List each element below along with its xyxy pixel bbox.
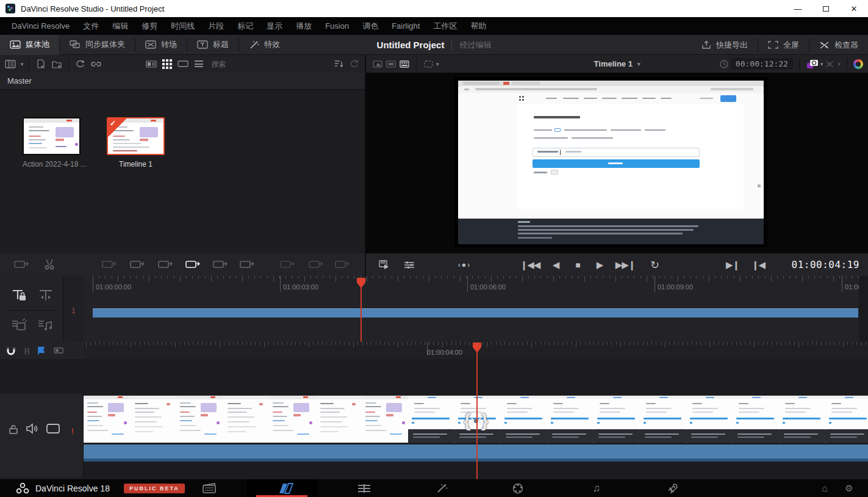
project-manager-home-icon[interactable]: ⌂: [815, 479, 834, 497]
page-media-icon[interactable]: [194, 479, 224, 497]
close-up-icon[interactable]: [279, 258, 298, 271]
track-lock-icon[interactable]: [9, 424, 18, 434]
transform-chevron-icon[interactable]: ▾: [838, 61, 841, 67]
go-to-start-button[interactable]: ❙◀◀: [517, 253, 543, 276]
page-color-icon[interactable]: [503, 479, 533, 497]
menu-item-13[interactable]: 帮助: [464, 21, 493, 32]
audio-mute-icon[interactable]: [26, 423, 38, 434]
overwrite-clip-icon[interactable]: [129, 258, 148, 271]
menu-item-8[interactable]: 播放: [289, 21, 318, 32]
lower-ruler-row[interactable]: 01:00:04:00 [◦]: [0, 342, 868, 359]
settings-gear-icon[interactable]: ⚙: [839, 479, 859, 497]
track-lock-tool-icon[interactable]: [9, 287, 30, 304]
clip-info-icon[interactable]: [54, 347, 63, 354]
inspector-button[interactable]: 检查器: [809, 35, 868, 55]
append-at-end-icon[interactable]: [212, 258, 231, 271]
transform-button[interactable]: [823, 58, 836, 70]
bin-list-chevron-icon[interactable]: ▾: [21, 61, 24, 67]
refresh-button[interactable]: [348, 58, 361, 70]
menu-item-4[interactable]: 时间线: [164, 21, 201, 32]
page-cut-icon[interactable]: [271, 479, 302, 497]
sync-clips-button[interactable]: [74, 58, 87, 70]
play-button[interactable]: ▶: [590, 253, 609, 276]
thumbnail-view-button[interactable]: [160, 58, 174, 70]
loop-button[interactable]: ↻: [645, 253, 664, 276]
media-clip-timeline-1[interactable]: Timeline 1: [107, 117, 165, 169]
page-edit-icon[interactable]: [349, 479, 379, 497]
menu-item-7[interactable]: 显示: [260, 21, 289, 32]
close-button[interactable]: ✕: [840, 0, 868, 17]
trim-mode-tool-icon[interactable]: [35, 287, 56, 304]
camera-grab-button[interactable]: [806, 58, 819, 70]
place-on-top-icon[interactable]: [185, 258, 203, 271]
jog-control[interactable]: ‹ ● ›: [448, 253, 479, 276]
dynamic-trim-icon[interactable]: [◦]: [24, 347, 29, 354]
lower-timeline[interactable]: ! {}: [0, 359, 868, 479]
new-timeline-button[interactable]: [34, 58, 48, 70]
minimize-button[interactable]: —: [784, 0, 812, 17]
match-frame-button[interactable]: ❙◀: [749, 253, 767, 276]
maximize-button[interactable]: [812, 0, 840, 17]
menu-item-9[interactable]: Fusion: [318, 21, 356, 31]
fit-to-fill-icon[interactable]: [308, 258, 326, 271]
razor-icon[interactable]: [41, 258, 60, 271]
timeline-view-button[interactable]: [398, 58, 411, 70]
bin-list-button[interactable]: [4, 58, 17, 70]
source-tape-view-button[interactable]: [384, 58, 398, 70]
timeline-playhead-line[interactable]: [476, 351, 478, 479]
resolve-fx-color-icon[interactable]: [853, 59, 863, 69]
tools-mixer-icon[interactable]: [401, 253, 417, 276]
viewer-overlay-chevron-icon[interactable]: ▾: [436, 61, 439, 67]
menu-item-0[interactable]: DaVinci Resolve: [5, 21, 76, 31]
video-enable-icon[interactable]: [46, 424, 60, 434]
full-screen-button[interactable]: 全屏: [758, 35, 809, 55]
menu-item-3[interactable]: 修剪: [135, 21, 164, 32]
viewer-overlay-button[interactable]: [421, 58, 435, 70]
transitions-button[interactable]: 转场: [135, 35, 187, 55]
video-frame[interactable]: [454, 77, 767, 247]
play-reverse-button[interactable]: ◀: [547, 253, 565, 276]
timeline-view-options-icon[interactable]: [13, 258, 32, 271]
relink-media-button[interactable]: [90, 58, 103, 70]
media-pool-button[interactable]: 媒体池: [0, 35, 59, 55]
page-deliver-icon[interactable]: [658, 479, 688, 497]
insert-clip-icon[interactable]: [101, 258, 120, 271]
list-view-button[interactable]: [192, 58, 206, 70]
overview-clip-bar[interactable]: [93, 308, 858, 317]
stop-button[interactable]: ■: [569, 253, 587, 276]
search-input[interactable]: [212, 60, 326, 68]
menu-item-5[interactable]: 片段: [201, 21, 231, 32]
menu-item-10[interactable]: 调色: [356, 21, 385, 32]
split-clips-tool-icon[interactable]: [9, 316, 30, 333]
snapping-magnet-icon[interactable]: [6, 346, 16, 355]
go-to-end-button[interactable]: ▶▶❙: [612, 253, 638, 276]
audio-track-bar[interactable]: [84, 444, 868, 462]
menu-item-1[interactable]: 文件: [76, 21, 106, 32]
page-fusion-icon[interactable]: [426, 479, 457, 497]
upper-timeline[interactable]: 01:00:00:0001:00:03:0001:00:06:0001:00:0…: [0, 276, 868, 342]
ripple-overwrite-icon[interactable]: [239, 258, 257, 271]
filmstrip-view-button[interactable]: [176, 58, 190, 70]
sync-bin-button[interactable]: 同步媒体夹: [60, 35, 135, 55]
marker-flag-icon[interactable]: [37, 346, 45, 355]
audio-trim-tool-icon[interactable]: [35, 316, 56, 333]
page-fairlight-icon[interactable]: ♫: [581, 479, 612, 497]
media-clip-action[interactable]: Action 2022-4-18 ...: [23, 117, 81, 169]
effects-button[interactable]: 特效: [239, 35, 290, 55]
search-field[interactable]: [212, 58, 326, 70]
next-edit-button[interactable]: ▶❙: [723, 253, 742, 276]
overview-playhead-line[interactable]: [360, 287, 362, 342]
replace-clip-icon[interactable]: [157, 258, 176, 271]
upper-timeline-ruler[interactable]: 01:00:00:0001:00:03:0001:00:06:0001:00:0…: [84, 276, 868, 292]
metadata-view-button[interactable]: [145, 58, 158, 70]
smart-insert-icon[interactable]: [334, 258, 353, 271]
menu-item-2[interactable]: 编辑: [106, 21, 135, 32]
playhead-tools-icon[interactable]: [377, 253, 393, 276]
import-media-button[interactable]: [50, 58, 63, 70]
menu-item-6[interactable]: 标记: [231, 21, 260, 32]
quick-export-button[interactable]: 快捷导出: [692, 35, 758, 55]
sort-button[interactable]: [332, 58, 345, 70]
source-clip-view-button[interactable]: [371, 58, 384, 70]
menu-item-11[interactable]: Fairlight: [385, 21, 426, 31]
titles-button[interactable]: 标题: [187, 35, 239, 55]
